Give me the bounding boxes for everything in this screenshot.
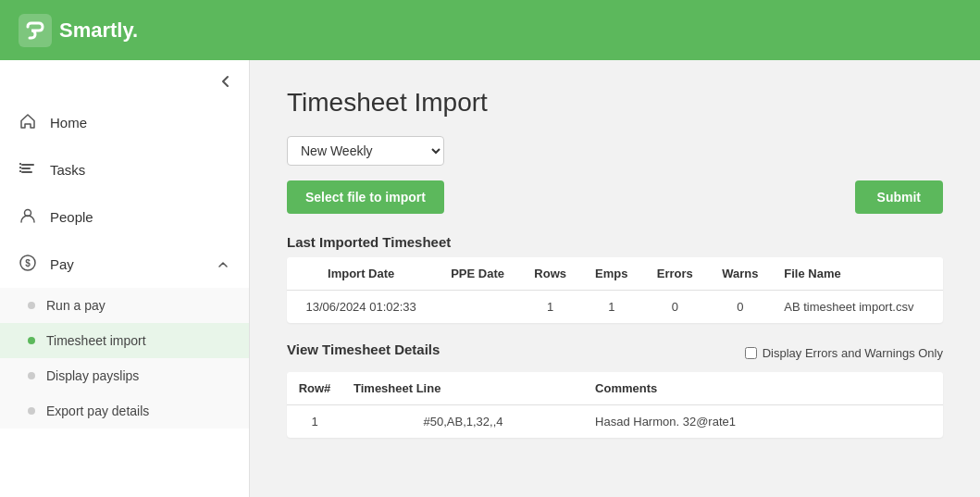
details-header-row: View Timesheet Details Display Errors an… — [287, 342, 943, 365]
view-details-title: View Timesheet Details — [287, 342, 440, 357]
col-file-name: File Name — [773, 257, 943, 291]
col-import-date: Import Date — [287, 257, 435, 291]
svg-rect-3 — [21, 171, 32, 173]
main-content: Timesheet Import New Weekly Weekly Fortn… — [250, 60, 980, 497]
cell-ppe-date — [435, 291, 520, 324]
cell-row-num: 1 — [287, 405, 342, 439]
app-body: Home Tasks — [0, 60, 980, 497]
logo-area: Smartly. — [19, 14, 138, 47]
action-row: Select file to import Submit — [287, 180, 943, 214]
svg-rect-4 — [19, 163, 21, 165]
col-comments: Comments — [584, 372, 943, 405]
cell-rows: 1 — [520, 291, 581, 324]
col-errors: Errors — [642, 257, 708, 291]
pay-sub-menu: Run a pay Timesheet import Display paysl… — [0, 288, 249, 429]
last-imported-section: Last Imported Timesheet Import Date PPE … — [287, 234, 943, 323]
svg-text:$: $ — [25, 258, 31, 268]
errors-warnings-label: Display Errors and Warnings Only — [763, 346, 943, 360]
pay-icon: $ — [19, 254, 37, 275]
svg-rect-5 — [19, 167, 21, 168]
sidebar-item-tasks[interactable]: Tasks — [0, 146, 249, 193]
timesheet-type-select[interactable]: New Weekly Weekly Fortnightly Monthly — [287, 136, 444, 166]
chevron-up-icon — [216, 257, 230, 272]
collapse-button[interactable] — [0, 60, 249, 99]
dot-icon — [28, 302, 35, 309]
cell-import-date: 13/06/2024 01:02:33 — [287, 291, 435, 324]
dot-active-icon — [28, 337, 35, 344]
details-header-row-cols: Row# Timesheet Line Comments — [287, 372, 943, 405]
col-ppe-date: PPE Date — [435, 257, 520, 291]
select-file-button[interactable]: Select file to import — [287, 180, 444, 214]
tasks-icon — [19, 159, 37, 180]
last-imported-header-row: Import Date PPE Date Rows Emps Errors Wa… — [287, 257, 943, 291]
details-table: Row# Timesheet Line Comments 1 #50,AB,1,… — [287, 372, 943, 438]
pay-left: $ Pay — [19, 254, 74, 275]
dot-icon-3 — [28, 407, 35, 415]
errors-warnings-checkbox[interactable] — [745, 347, 757, 359]
sidebar-sub-item-run-a-pay[interactable]: Run a pay — [0, 288, 249, 323]
page-title: Timesheet Import — [287, 88, 943, 118]
sidebar-tasks-label: Tasks — [50, 162, 85, 178]
smartly-logo-icon — [19, 14, 52, 47]
cell-timesheet-line: #50,AB,1,32,,4 — [342, 405, 584, 439]
col-timesheet-line: Timesheet Line — [342, 372, 584, 405]
table-row: 13/06/2024 01:02:33 1 1 0 0 AB timesheet… — [287, 291, 943, 324]
errors-warnings-checkbox-label[interactable]: Display Errors and Warnings Only — [745, 346, 943, 360]
sidebar-sub-item-display-payslips[interactable]: Display payslips — [0, 358, 249, 393]
dot-icon-2 — [28, 372, 35, 379]
table-row: 1 #50,AB,1,32,,4 Hasad Harmon. 32@rate1 — [287, 405, 943, 439]
sidebar-item-people[interactable]: People — [0, 193, 249, 241]
col-rows: Rows — [520, 257, 581, 291]
col-warns: Warns — [708, 257, 774, 291]
cell-file-name: AB timesheet import.csv — [773, 291, 943, 324]
cell-comments: Hasad Harmon. 32@rate1 — [584, 405, 943, 439]
svg-rect-6 — [19, 170, 21, 172]
app-name: Smartly. — [59, 19, 138, 43]
sidebar-sub-item-timesheet-import[interactable]: Timesheet import — [0, 323, 249, 358]
export-pay-details-label: Export pay details — [46, 404, 149, 418]
timesheet-import-label: Timesheet import — [46, 333, 146, 348]
cell-warns: 0 — [708, 291, 774, 324]
run-a-pay-label: Run a pay — [46, 298, 105, 313]
cell-emps: 1 — [581, 291, 642, 324]
last-imported-title: Last Imported Timesheet — [287, 234, 943, 250]
col-row-num: Row# — [287, 372, 342, 405]
sidebar-item-pay[interactable]: $ Pay — [0, 241, 249, 288]
svg-rect-2 — [21, 168, 31, 169]
svg-rect-1 — [21, 164, 34, 166]
col-emps: Emps — [581, 257, 642, 291]
sidebar-pay-label: Pay — [50, 256, 74, 272]
people-icon — [19, 206, 37, 228]
sidebar: Home Tasks — [0, 60, 250, 497]
sidebar-item-home[interactable]: Home — [0, 99, 249, 146]
display-payslips-label: Display payslips — [46, 368, 139, 383]
submit-button[interactable]: Submit — [855, 180, 943, 214]
cell-errors: 0 — [642, 291, 708, 324]
home-icon — [19, 112, 37, 133]
sidebar-people-label: People — [50, 209, 93, 225]
dropdown-row: New Weekly Weekly Fortnightly Monthly — [287, 136, 943, 166]
sidebar-home-label: Home — [50, 115, 87, 130]
sidebar-sub-item-export-pay-details[interactable]: Export pay details — [0, 393, 249, 429]
last-imported-table: Import Date PPE Date Rows Emps Errors Wa… — [287, 257, 943, 323]
view-details-section: View Timesheet Details Display Errors an… — [287, 342, 943, 438]
app-header: Smartly. — [0, 0, 980, 60]
